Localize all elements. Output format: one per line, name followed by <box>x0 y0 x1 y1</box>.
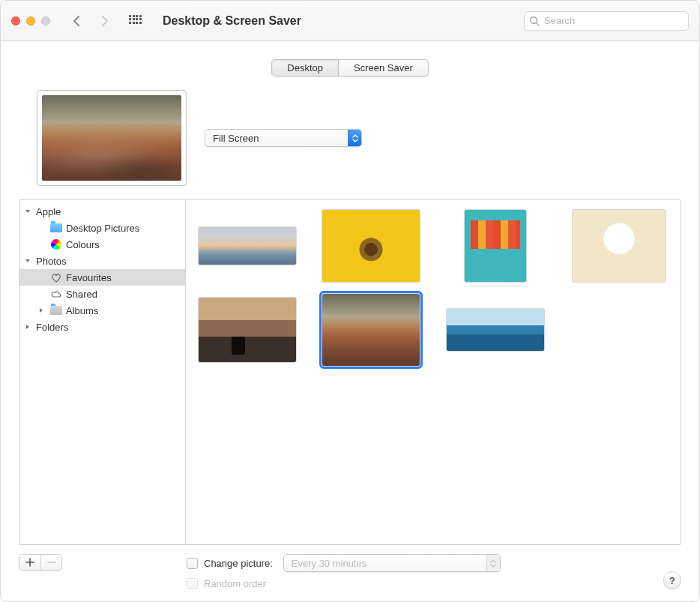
thumbnail[interactable] <box>321 208 421 284</box>
svg-line-1 <box>537 22 540 25</box>
preview-row: Fill Screen <box>19 90 681 186</box>
search-field[interactable] <box>524 11 689 31</box>
tab-bar: Desktop Screen Saver <box>19 59 681 76</box>
random-order-label: Random order <box>204 578 266 589</box>
sidebar-item-shared[interactable]: Shared <box>19 286 185 302</box>
content-area: Desktop Screen Saver Fill Screen <box>1 41 699 601</box>
sidebar-group-label: Folders <box>36 322 68 333</box>
tab-screensaver[interactable]: Screen Saver <box>338 60 428 76</box>
change-picture-checkbox[interactable] <box>187 558 198 569</box>
display-mode-popup[interactable]: Fill Screen <box>205 129 362 147</box>
sidebar-item-label: Shared <box>66 289 97 300</box>
plus-icon <box>25 558 34 567</box>
desktop-preview-well <box>37 90 187 186</box>
sidebar-group-folders[interactable]: Folders <box>19 319 185 335</box>
source-sidebar: Apple Desktop Pictures Colours Photo <box>19 200 186 544</box>
search-icon <box>529 16 540 26</box>
thumbnail-image <box>573 210 666 282</box>
split-view: Apple Desktop Pictures Colours Photo <box>19 199 681 545</box>
thumbnail-image <box>465 210 526 282</box>
cloud-icon <box>49 290 63 298</box>
tab-segmented-control: Desktop Screen Saver <box>271 59 428 76</box>
change-picture-checkbox-row[interactable]: Change picture: <box>187 558 273 569</box>
thumbnail[interactable] <box>569 208 669 284</box>
remove-folder-button <box>40 555 61 570</box>
question-mark-icon: ? <box>669 575 675 586</box>
preferences-window: Desktop & Screen Saver Desktop Screen Sa… <box>0 0 700 602</box>
window-title: Desktop & Screen Saver <box>163 14 301 28</box>
sidebar-item-colours[interactable]: Colours <box>19 236 185 253</box>
titlebar: Desktop & Screen Saver <box>1 1 699 41</box>
popup-stepper-icon <box>348 130 361 146</box>
thumbnail-image <box>199 298 296 362</box>
thumbnail[interactable] <box>321 292 421 368</box>
window-minimize-button[interactable] <box>26 16 35 25</box>
chevron-up-icon <box>352 134 358 138</box>
disclosure-triangle-icon[interactable] <box>22 324 33 330</box>
thumbnail[interactable] <box>445 292 546 368</box>
window-close-button[interactable] <box>11 16 20 25</box>
sidebar-group-label: Apple <box>36 206 61 217</box>
show-all-prefs-button[interactable] <box>124 12 146 30</box>
sidebar-item-label: Desktop Pictures <box>66 223 139 234</box>
sidebar-item-label: Favourites <box>66 272 112 283</box>
disclosure-triangle-icon[interactable] <box>36 307 46 313</box>
change-interval-popup: Every 30 minutes <box>283 554 501 572</box>
thumbnail-image <box>322 294 420 366</box>
chevron-left-icon <box>73 16 82 26</box>
display-mode-label: Fill Screen <box>213 133 259 144</box>
change-picture-controls: Change picture: Every 30 minutes Random … <box>187 554 501 589</box>
nav-forward-button[interactable] <box>94 12 115 30</box>
thumbnail-image <box>199 227 296 265</box>
minus-icon <box>47 558 56 567</box>
window-zoom-button <box>41 16 50 25</box>
thumbnail[interactable] <box>197 292 298 368</box>
color-wheel-icon <box>49 239 63 250</box>
footer-row: Change picture: Every 30 minutes Random … <box>19 545 681 589</box>
thumbnail-gallery <box>186 200 681 544</box>
desktop-preview-image <box>42 95 181 181</box>
sidebar-group-apple[interactable]: Apple <box>19 203 185 220</box>
traffic-lights <box>11 16 50 25</box>
thumbnail[interactable] <box>445 208 546 284</box>
sidebar-group-photos[interactable]: Photos <box>19 253 185 269</box>
nav-back-button[interactable] <box>67 12 88 30</box>
disclosure-triangle-icon[interactable] <box>22 208 33 214</box>
help-button[interactable]: ? <box>663 571 681 589</box>
popup-stepper-icon <box>486 555 500 571</box>
sidebar-item-favourites[interactable]: Favourites <box>19 269 185 286</box>
random-order-checkbox-row: Random order <box>187 578 501 589</box>
chevron-down-icon <box>352 139 358 142</box>
chevron-up-icon <box>490 559 496 563</box>
sidebar-item-desktop-pictures[interactable]: Desktop Pictures <box>19 220 185 236</box>
sidebar-item-albums[interactable]: Albums <box>19 302 185 319</box>
thumbnail-image <box>447 309 544 351</box>
add-remove-group <box>19 554 62 571</box>
sidebar-item-label: Albums <box>66 305 98 316</box>
disclosure-triangle-icon[interactable] <box>22 258 33 264</box>
change-picture-label: Change picture: <box>204 558 273 569</box>
heart-icon <box>49 273 63 283</box>
sidebar-group-label: Photos <box>36 256 66 267</box>
tab-desktop[interactable]: Desktop <box>272 60 338 76</box>
chevron-right-icon <box>100 16 109 26</box>
folder-icon <box>49 223 63 232</box>
search-input[interactable] <box>544 15 684 26</box>
sidebar-item-label: Colours <box>66 239 100 250</box>
change-interval-label: Every 30 minutes <box>292 558 366 569</box>
grid-icon <box>129 15 141 27</box>
chevron-down-icon <box>490 564 496 568</box>
random-order-checkbox <box>187 578 198 589</box>
thumbnail-image <box>322 210 420 282</box>
folder-icon <box>49 306 63 315</box>
add-folder-button[interactable] <box>19 555 40 570</box>
thumbnail[interactable] <box>197 208 298 284</box>
